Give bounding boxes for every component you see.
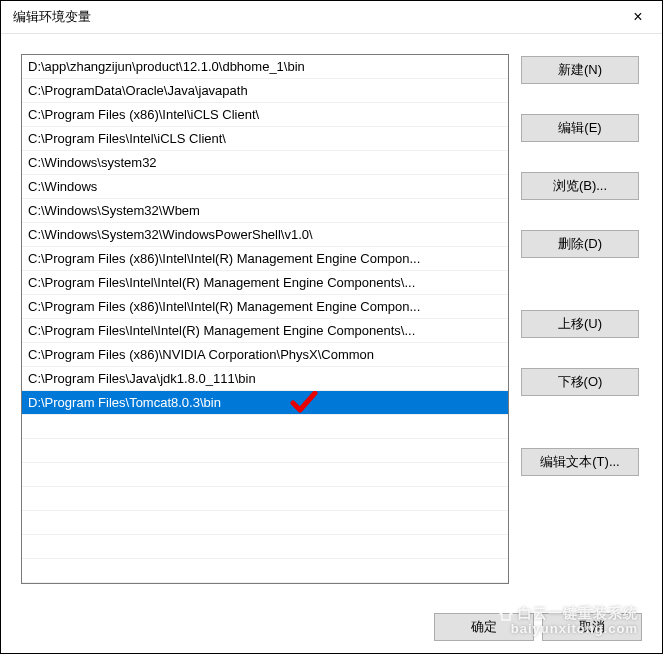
list-item[interactable]: C:\Program Files\Intel\Intel(R) Manageme…: [22, 319, 508, 343]
list-item[interactable]: C:\Windows\system32: [22, 151, 508, 175]
spacer: [521, 90, 639, 108]
ok-button[interactable]: 确定: [434, 613, 534, 641]
new-button[interactable]: 新建(N): [521, 56, 639, 84]
list-item[interactable]: C:\Program Files (x86)\Intel\Intel(R) Ma…: [22, 295, 508, 319]
spacer: [521, 148, 639, 166]
spacer: [521, 264, 639, 304]
list-item-empty[interactable]: [22, 463, 508, 487]
browse-button[interactable]: 浏览(B)...: [521, 172, 639, 200]
close-button[interactable]: ×: [622, 3, 654, 31]
list-item-empty[interactable]: [22, 487, 508, 511]
list-item[interactable]: C:\Windows: [22, 175, 508, 199]
list-item[interactable]: C:\Program Files\Intel\Intel(R) Manageme…: [22, 271, 508, 295]
list-item[interactable]: C:\Program Files\Intel\iCLS Client\: [22, 127, 508, 151]
edit-button[interactable]: 编辑(E): [521, 114, 639, 142]
side-button-panel: 新建(N) 编辑(E) 浏览(B)... 删除(D) 上移(U) 下移(O) 编…: [521, 54, 639, 584]
move-down-button[interactable]: 下移(O): [521, 368, 639, 396]
path-listbox[interactable]: D:\app\zhangzijun\product\12.1.0\dbhome_…: [21, 54, 509, 584]
checkmark-icon: [290, 391, 318, 415]
list-item-empty[interactable]: [22, 535, 508, 559]
list-item-empty[interactable]: [22, 559, 508, 583]
title-bar: 编辑环境变量 ×: [1, 1, 662, 33]
list-item[interactable]: C:\Program Files (x86)\NVIDIA Corporatio…: [22, 343, 508, 367]
window-title: 编辑环境变量: [13, 8, 91, 26]
list-item[interactable]: C:\ProgramData\Oracle\Java\javapath: [22, 79, 508, 103]
spacer: [521, 402, 639, 442]
move-up-button[interactable]: 上移(U): [521, 310, 639, 338]
list-item[interactable]: D:\app\zhangzijun\product\12.1.0\dbhome_…: [22, 55, 508, 79]
list-item[interactable]: C:\Windows\System32\Wbem: [22, 199, 508, 223]
list-item[interactable]: C:\Program Files (x86)\Intel\iCLS Client…: [22, 103, 508, 127]
list-item-empty[interactable]: [22, 439, 508, 463]
list-item-empty[interactable]: [22, 511, 508, 535]
edit-text-button[interactable]: 编辑文本(T)...: [521, 448, 639, 476]
cancel-button[interactable]: 取消: [542, 613, 642, 641]
dialog-footer: 确定 取消: [434, 613, 642, 641]
list-item[interactable]: C:\Windows\System32\WindowsPowerShell\v1…: [22, 223, 508, 247]
list-item[interactable]: D:\Program Files\Tomcat8.0.3\bin: [22, 391, 508, 415]
list-item[interactable]: C:\Program Files\Java\jdk1.8.0_111\bin: [22, 367, 508, 391]
delete-button[interactable]: 删除(D): [521, 230, 639, 258]
list-item[interactable]: C:\Program Files (x86)\Intel\Intel(R) Ma…: [22, 247, 508, 271]
spacer: [521, 344, 639, 362]
content-area: D:\app\zhangzijun\product\12.1.0\dbhome_…: [1, 34, 662, 596]
spacer: [521, 206, 639, 224]
list-item-empty[interactable]: [22, 415, 508, 439]
